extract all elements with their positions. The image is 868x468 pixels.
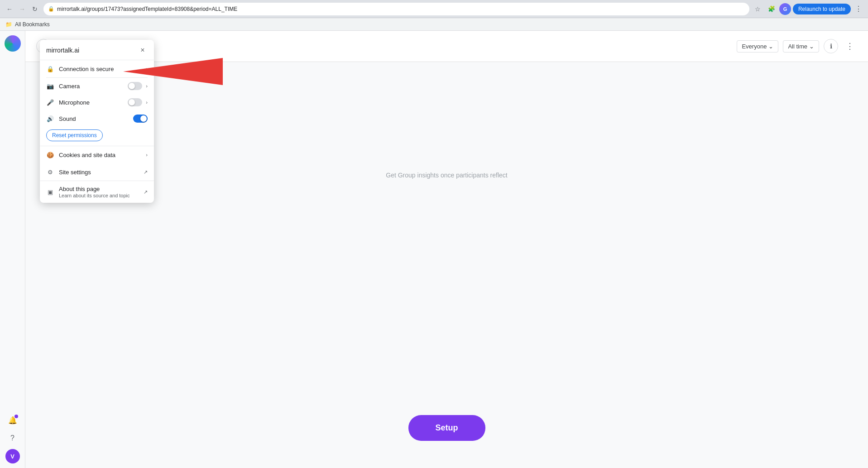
sound-row[interactable]: 🔊 Sound xyxy=(40,110,154,127)
lock-icon: 🔒 xyxy=(48,6,54,12)
connection-secure-label: Connection is secure xyxy=(59,66,146,72)
header-actions: Everyone ⌄ All time ⌄ ℹ ⋮ xyxy=(737,39,857,53)
site-permission-popup: mirrortalk.ai × 🔒 Connection is secure ›… xyxy=(40,40,154,203)
popup-header: mirrortalk.ai × xyxy=(40,40,154,60)
popup-site-name: mirrortalk.ai xyxy=(46,47,79,54)
site-settings-icon: ⚙ xyxy=(46,168,54,176)
reset-permissions-button[interactable]: Reset permissions xyxy=(46,129,103,141)
bookmarks-folder-icon: 📁 xyxy=(5,21,12,28)
microphone-icon: 🎤 xyxy=(46,98,54,106)
about-page-row[interactable]: ▣ About this page Learn about its source… xyxy=(40,181,154,203)
more-options-button[interactable]: ⋮ xyxy=(843,39,857,53)
camera-row[interactable]: 📷 Camera › xyxy=(40,78,154,94)
bookmark-button[interactable]: ☆ xyxy=(752,3,764,15)
sidebar-logo[interactable] xyxy=(5,35,21,52)
address-bar[interactable]: 🔒 mirrortalk.ai/groups/17473?assignedTem… xyxy=(43,3,749,15)
about-page-label: About this page xyxy=(59,186,144,192)
help-icon[interactable]: ? xyxy=(5,431,20,445)
popup-close-button[interactable]: × xyxy=(138,45,148,55)
microphone-row[interactable]: 🎤 Microphone › xyxy=(40,94,154,110)
toolbar-right: ☆ 🧩 G Relaunch to update ⋮ xyxy=(752,3,864,15)
relaunch-button[interactable]: Relaunch to update xyxy=(793,4,851,14)
everyone-chevron: ⌄ xyxy=(768,43,773,50)
sidebar: 🔔 ? V xyxy=(0,31,25,468)
bookmarks-label: All Bookmarks xyxy=(15,21,50,28)
bookmarks-bar: 📁 All Bookmarks xyxy=(0,18,868,31)
cookies-icon: 🍪 xyxy=(46,151,54,159)
microphone-chevron: › xyxy=(146,100,148,105)
about-page-text-stack: About this page Learn about its source a… xyxy=(59,186,144,198)
everyone-label: Everyone xyxy=(742,43,767,50)
camera-toggle[interactable] xyxy=(128,82,142,90)
cookies-label: Cookies and site data xyxy=(59,152,146,158)
connection-secure-row[interactable]: 🔒 Connection is secure › xyxy=(40,60,154,77)
connection-chevron: › xyxy=(146,66,148,72)
camera-label: Camera xyxy=(59,83,128,90)
empty-state-text: Get Group insights once participants ref… xyxy=(386,172,507,179)
lock-icon: 🔒 xyxy=(46,65,54,73)
nav-buttons: ← → ↻ xyxy=(4,3,41,15)
info-button[interactable]: ℹ xyxy=(824,39,838,53)
profile-avatar[interactable]: G xyxy=(779,3,791,15)
microphone-label: Microphone xyxy=(59,99,128,106)
microphone-toggle[interactable] xyxy=(128,98,142,106)
back-button[interactable]: ← xyxy=(4,3,15,15)
everyone-dropdown[interactable]: Everyone ⌄ xyxy=(737,40,778,53)
sidebar-user-avatar[interactable]: V xyxy=(5,449,20,463)
site-settings-row[interactable]: ⚙ Site settings ↗ xyxy=(40,163,154,181)
sound-toggle[interactable] xyxy=(133,115,148,123)
reset-permissions-container: Reset permissions xyxy=(40,127,154,146)
forward-button[interactable]: → xyxy=(16,3,28,15)
site-settings-external-icon: ↗ xyxy=(144,169,148,175)
alltime-dropdown[interactable]: All time ⌄ xyxy=(783,40,819,53)
camera-chevron: › xyxy=(146,83,148,89)
address-text: mirrortalk.ai/groups/17473?assignedTempl… xyxy=(57,6,745,12)
camera-icon: 📷 xyxy=(46,82,54,90)
setup-button[interactable]: Setup xyxy=(408,415,485,441)
sound-icon: 🔊 xyxy=(46,115,54,123)
about-page-external-icon: ↗ xyxy=(144,189,148,195)
chrome-menu-button[interactable]: ⋮ xyxy=(853,3,864,15)
reload-button[interactable]: ↻ xyxy=(29,3,41,15)
cookies-row[interactable]: 🍪 Cookies and site data › xyxy=(40,146,154,163)
extensions-button[interactable]: 🧩 xyxy=(766,3,777,15)
alltime-label: All time xyxy=(788,43,807,50)
notification-icon[interactable]: 🔔 xyxy=(5,413,20,427)
browser-chrome: ← → ↻ 🔒 mirrortalk.ai/groups/17473?assig… xyxy=(0,0,868,18)
about-page-icon: ▣ xyxy=(46,188,54,196)
site-settings-label: Site settings xyxy=(59,169,144,176)
about-page-sublabel: Learn about its source and topic xyxy=(59,193,144,198)
alltime-chevron: ⌄ xyxy=(809,43,814,50)
cookies-chevron: › xyxy=(146,152,148,158)
sound-label: Sound xyxy=(59,115,133,122)
